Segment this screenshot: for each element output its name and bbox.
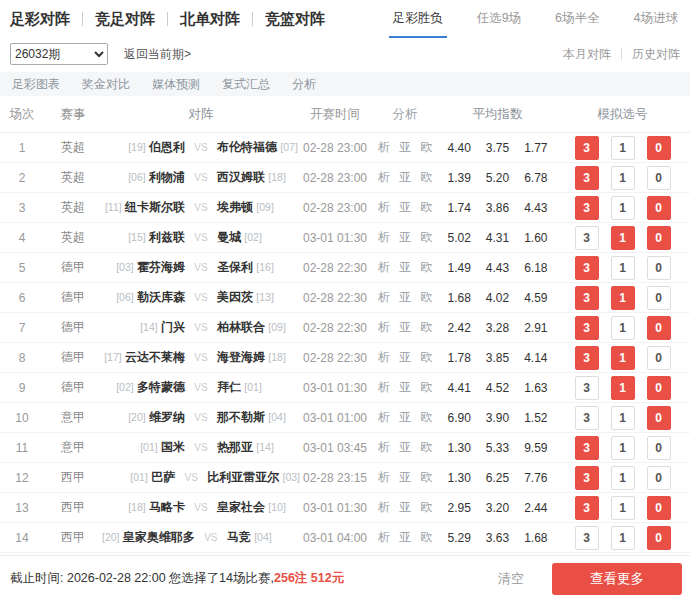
pick-1-button[interactable]: 1 [611, 466, 635, 490]
analysis-link[interactable]: 析 [378, 350, 390, 364]
pick-1-button[interactable]: 1 [611, 196, 635, 220]
pick-0-button[interactable]: 0 [647, 196, 671, 220]
analysis-link[interactable]: 析 [378, 410, 390, 424]
pick-3-button[interactable]: 3 [575, 436, 599, 460]
analysis-link[interactable]: 析 [378, 530, 390, 544]
asia-odds-link[interactable]: 亚 [399, 350, 411, 364]
euro-odds-link[interactable]: 欧 [420, 290, 432, 304]
nav-item-zucai[interactable]: 足彩对阵 [10, 10, 70, 29]
period-select[interactable]: 26032期 [10, 43, 108, 65]
nav-item-jinglan[interactable]: 竞篮对阵 [265, 10, 325, 29]
nav-item-jingzu[interactable]: 竞足对阵 [95, 10, 155, 29]
euro-odds-link[interactable]: 欧 [420, 260, 432, 274]
asia-odds-link[interactable]: 亚 [399, 470, 411, 484]
pick-0-button[interactable]: 0 [647, 136, 671, 160]
pick-0-button[interactable]: 0 [647, 256, 671, 280]
pick-1-button[interactable]: 1 [611, 346, 635, 370]
filter-multi-link[interactable]: 复式汇总 [222, 76, 270, 93]
euro-odds-link[interactable]: 欧 [420, 500, 432, 514]
analysis-link[interactable]: 析 [378, 500, 390, 514]
pick-0-button[interactable]: 0 [647, 496, 671, 520]
analysis-link[interactable]: 析 [378, 260, 390, 274]
pick-1-button[interactable]: 1 [611, 406, 635, 430]
analysis-link[interactable]: 析 [378, 200, 390, 214]
view-more-button[interactable]: 查看更多 [552, 563, 682, 595]
analysis-link[interactable]: 析 [378, 470, 390, 484]
pick-1-button[interactable]: 1 [611, 526, 635, 550]
filter-analysis-link[interactable]: 分析 [292, 76, 316, 93]
pick-1-button[interactable]: 1 [611, 496, 635, 520]
euro-odds-link[interactable]: 欧 [420, 380, 432, 394]
euro-odds-link[interactable]: 欧 [420, 470, 432, 484]
euro-odds-link[interactable]: 欧 [420, 530, 432, 544]
pick-1-button[interactable]: 1 [611, 136, 635, 160]
pick-1-button[interactable]: 1 [611, 166, 635, 190]
asia-odds-link[interactable]: 亚 [399, 440, 411, 454]
pick-1-button[interactable]: 1 [611, 316, 635, 340]
pick-0-button[interactable]: 0 [647, 316, 671, 340]
asia-odds-link[interactable]: 亚 [399, 170, 411, 184]
pick-1-button[interactable]: 1 [611, 256, 635, 280]
asia-odds-link[interactable]: 亚 [399, 290, 411, 304]
tab-4jinqiu[interactable]: 4场进球 [630, 10, 682, 38]
euro-odds-link[interactable]: 欧 [420, 410, 432, 424]
analysis-link[interactable]: 析 [378, 230, 390, 244]
pick-1-button[interactable]: 1 [611, 226, 635, 250]
pick-3-button[interactable]: 3 [575, 496, 599, 520]
back-to-current-link[interactable]: 返回当前期> [124, 46, 191, 63]
tab-renxuan9[interactable]: 任选9场 [473, 10, 525, 38]
pick-3-button[interactable]: 3 [575, 316, 599, 340]
pick-3-button[interactable]: 3 [575, 256, 599, 280]
asia-odds-link[interactable]: 亚 [399, 320, 411, 334]
pick-0-button[interactable]: 0 [647, 226, 671, 250]
tab-shengfu[interactable]: 足彩胜负 [389, 10, 447, 38]
pick-1-button[interactable]: 1 [611, 436, 635, 460]
history-matches-link[interactable]: 历史对阵 [632, 46, 680, 63]
asia-odds-link[interactable]: 亚 [399, 260, 411, 274]
analysis-link[interactable]: 析 [378, 140, 390, 154]
filter-chart-link[interactable]: 足彩图表 [12, 76, 60, 93]
asia-odds-link[interactable]: 亚 [399, 500, 411, 514]
asia-odds-link[interactable]: 亚 [399, 530, 411, 544]
pick-3-button[interactable]: 3 [575, 136, 599, 160]
clear-button[interactable]: 清空 [498, 570, 524, 588]
filter-media-link[interactable]: 媒体预测 [152, 76, 200, 93]
pick-3-button[interactable]: 3 [575, 226, 599, 250]
pick-0-button[interactable]: 0 [647, 406, 671, 430]
pick-3-button[interactable]: 3 [575, 376, 599, 400]
pick-3-button[interactable]: 3 [575, 196, 599, 220]
pick-0-button[interactable]: 0 [647, 166, 671, 190]
euro-odds-link[interactable]: 欧 [420, 440, 432, 454]
nav-item-beidan[interactable]: 北单对阵 [180, 10, 240, 29]
pick-1-button[interactable]: 1 [611, 286, 635, 310]
analysis-link[interactable]: 析 [378, 380, 390, 394]
euro-odds-link[interactable]: 欧 [420, 140, 432, 154]
euro-odds-link[interactable]: 欧 [420, 350, 432, 364]
pick-3-button[interactable]: 3 [575, 166, 599, 190]
analysis-link[interactable]: 析 [378, 320, 390, 334]
analysis-link[interactable]: 析 [378, 290, 390, 304]
pick-0-button[interactable]: 0 [647, 346, 671, 370]
pick-1-button[interactable]: 1 [611, 376, 635, 400]
pick-0-button[interactable]: 0 [647, 286, 671, 310]
asia-odds-link[interactable]: 亚 [399, 410, 411, 424]
pick-0-button[interactable]: 0 [647, 436, 671, 460]
euro-odds-link[interactable]: 欧 [420, 170, 432, 184]
euro-odds-link[interactable]: 欧 [420, 200, 432, 214]
pick-3-button[interactable]: 3 [575, 346, 599, 370]
pick-0-button[interactable]: 0 [647, 526, 671, 550]
pick-3-button[interactable]: 3 [575, 466, 599, 490]
pick-3-button[interactable]: 3 [575, 406, 599, 430]
asia-odds-link[interactable]: 亚 [399, 200, 411, 214]
pick-0-button[interactable]: 0 [647, 376, 671, 400]
tab-6banquan[interactable]: 6场半全 [551, 10, 603, 38]
pick-3-button[interactable]: 3 [575, 526, 599, 550]
euro-odds-link[interactable]: 欧 [420, 320, 432, 334]
filter-bonus-link[interactable]: 奖金对比 [82, 76, 130, 93]
analysis-link[interactable]: 析 [378, 170, 390, 184]
month-matches-link[interactable]: 本月对阵 [563, 46, 611, 63]
asia-odds-link[interactable]: 亚 [399, 140, 411, 154]
pick-3-button[interactable]: 3 [575, 286, 599, 310]
asia-odds-link[interactable]: 亚 [399, 380, 411, 394]
euro-odds-link[interactable]: 欧 [420, 230, 432, 244]
